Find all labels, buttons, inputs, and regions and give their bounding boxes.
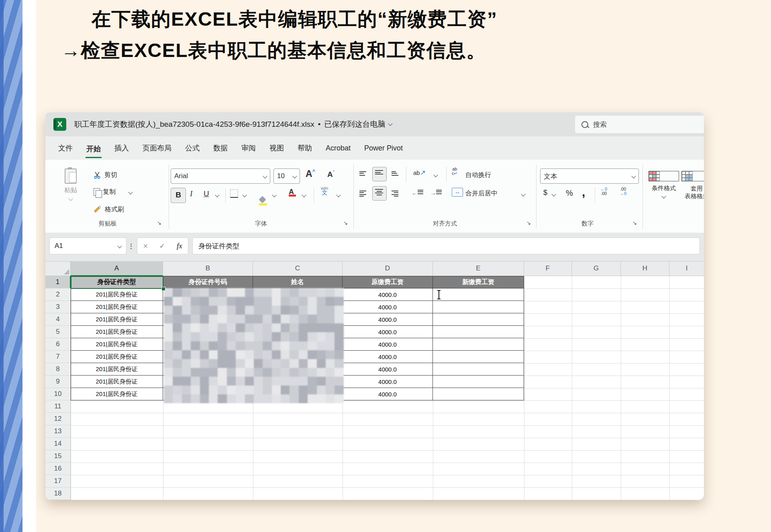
cell-E6[interactable] (433, 338, 524, 351)
insert-function-button[interactable]: fx (177, 242, 182, 250)
cut-button[interactable]: 剪切 (94, 171, 117, 179)
number-dialog-launcher-icon[interactable]: ↘ (632, 220, 637, 226)
selection-fill-handle[interactable] (161, 287, 165, 291)
align-bottom-button[interactable] (392, 170, 398, 177)
cell-D8[interactable]: 4000.0 (343, 363, 433, 376)
cancel-button[interactable]: × (143, 242, 148, 251)
cell-C1[interactable]: 姓名 (253, 276, 343, 288)
cell-E8[interactable] (433, 363, 524, 376)
cell-D4[interactable]: 4000.0 (343, 313, 433, 326)
row-header-12[interactable]: 12 (45, 413, 71, 425)
cell-A4[interactable]: 201|居民身份证 (71, 313, 163, 326)
italic-button[interactable]: I (190, 189, 192, 198)
currency-chevron-icon[interactable] (551, 192, 556, 196)
tab-插入[interactable]: 插入 (114, 142, 130, 154)
tab-文件[interactable]: 文件 (57, 142, 73, 154)
bold-button[interactable]: B (171, 188, 186, 203)
cell-E3[interactable] (433, 301, 524, 313)
borders-icon[interactable] (230, 189, 238, 198)
currency-button[interactable]: $ (543, 189, 547, 197)
formula-bar-grip-icon[interactable] (131, 242, 132, 250)
tab-页面布局[interactable]: 页面布局 (142, 142, 172, 154)
align-top-button[interactable] (359, 170, 366, 177)
phonetic-chevron-icon[interactable] (336, 193, 341, 197)
row-header-10[interactable]: 10 (45, 388, 71, 400)
row-header-15[interactable]: 15 (45, 450, 71, 463)
paste-button[interactable]: 粘贴 (57, 169, 84, 202)
cell-E5[interactable] (433, 326, 524, 338)
column-header-D[interactable]: D (343, 262, 433, 276)
cell-A7[interactable]: 201|居民身份证 (71, 351, 163, 363)
column-header-A[interactable]: A (71, 262, 163, 276)
align-right-button[interactable] (392, 189, 398, 198)
decrease-decimal-button[interactable]: .00→0 (620, 187, 626, 196)
align-middle-button[interactable] (372, 167, 387, 181)
cell-D7[interactable]: 4000.0 (343, 351, 433, 363)
cell-D2[interactable]: 4000.0 (343, 288, 433, 301)
row-header-14[interactable]: 14 (45, 438, 71, 450)
row-header-3[interactable]: 3 (45, 301, 71, 313)
column-header-G[interactable]: G (572, 262, 621, 276)
merge-center-button[interactable]: 合并后居中 (465, 189, 498, 198)
format-painter-button[interactable]: 格式刷 (94, 205, 124, 214)
align-center-button[interactable] (372, 186, 387, 201)
wrap-text-button[interactable]: 自动换行 (465, 171, 491, 179)
cell-D1[interactable]: 原缴费工资 (343, 276, 433, 288)
save-status[interactable]: 已保存到这台电脑 (324, 119, 385, 130)
shrink-font-button[interactable]: Aˇ (327, 170, 335, 179)
font-color-chevron-icon[interactable] (302, 193, 306, 197)
cell-A3[interactable]: 201|居民身份证 (71, 301, 163, 313)
name-box[interactable]: A1 (49, 238, 126, 254)
font-size-combo[interactable]: 10 (273, 169, 300, 184)
column-header-H[interactable]: H (621, 262, 669, 276)
cell-A5[interactable]: 201|居民身份证 (71, 326, 163, 338)
cell-E10[interactable] (433, 388, 524, 400)
tab-帮助[interactable]: 帮助 (297, 142, 313, 154)
enter-button[interactable]: ✓ (159, 242, 165, 250)
row-header-6[interactable]: 6 (45, 338, 71, 351)
tab-数据[interactable]: 数据 (212, 142, 228, 154)
row-header-2[interactable]: 2 (45, 288, 71, 301)
cell-A8[interactable]: 201|居民身份证 (71, 363, 163, 376)
row-header-18[interactable]: 18 (45, 487, 71, 500)
row-header-7[interactable]: 7 (45, 351, 71, 363)
cell-D6[interactable]: 4000.0 (343, 338, 433, 351)
cell-E7[interactable] (433, 351, 524, 363)
cell-A6[interactable]: 201|居民身份证 (71, 338, 163, 351)
cell-E4[interactable] (433, 313, 524, 326)
select-all-corner[interactable] (45, 262, 71, 276)
align-left-button[interactable] (359, 189, 366, 198)
tab-公式[interactable]: 公式 (184, 142, 200, 154)
font-dialog-launcher-icon[interactable]: ↘ (343, 220, 348, 226)
tab-视图[interactable]: 视图 (269, 142, 285, 154)
cell-D3[interactable]: 4000.0 (343, 301, 433, 313)
column-header-I[interactable]: I (669, 262, 704, 276)
tab-开始[interactable]: 开始 (86, 142, 102, 158)
row-header-4[interactable]: 4 (45, 313, 71, 326)
tab-审阅[interactable]: 审阅 (241, 142, 257, 154)
font-name-combo[interactable]: Arial (171, 169, 270, 184)
number-format-combo[interactable]: 文本 (540, 169, 639, 184)
cell-B1[interactable]: 身份证件号码 (163, 276, 253, 288)
cell-D5[interactable]: 4000.0 (343, 326, 433, 338)
column-header-B[interactable]: B (163, 262, 253, 276)
column-header-F[interactable]: F (524, 262, 572, 276)
cell-D10[interactable]: 4000.0 (343, 388, 433, 400)
row-header-11[interactable]: 11 (45, 400, 71, 413)
conditional-formatting-button[interactable]: 条件格式 (649, 171, 679, 199)
orientation-chevron-icon[interactable] (433, 173, 438, 177)
cell-E9[interactable] (433, 376, 524, 388)
tab-Acrobat[interactable]: Acrobat (325, 142, 351, 154)
row-header-8[interactable]: 8 (45, 363, 71, 376)
row-header-5[interactable]: 5 (45, 326, 71, 338)
fill-color-icon[interactable] (259, 197, 267, 202)
cell-D9[interactable]: 4000.0 (343, 376, 433, 388)
row-header-1[interactable]: 1 (45, 276, 71, 288)
grow-font-button[interactable]: A^ (306, 169, 315, 179)
percent-style-button[interactable]: % (566, 189, 573, 198)
tab-Power Pivot[interactable]: Power Pivot (363, 142, 404, 154)
copy-button[interactable]: 复制 (94, 188, 132, 196)
decrease-indent-button[interactable]: ← (412, 189, 423, 197)
cell-A2[interactable]: 201|居民身份证 (71, 288, 163, 301)
column-header-C[interactable]: C (253, 262, 343, 276)
